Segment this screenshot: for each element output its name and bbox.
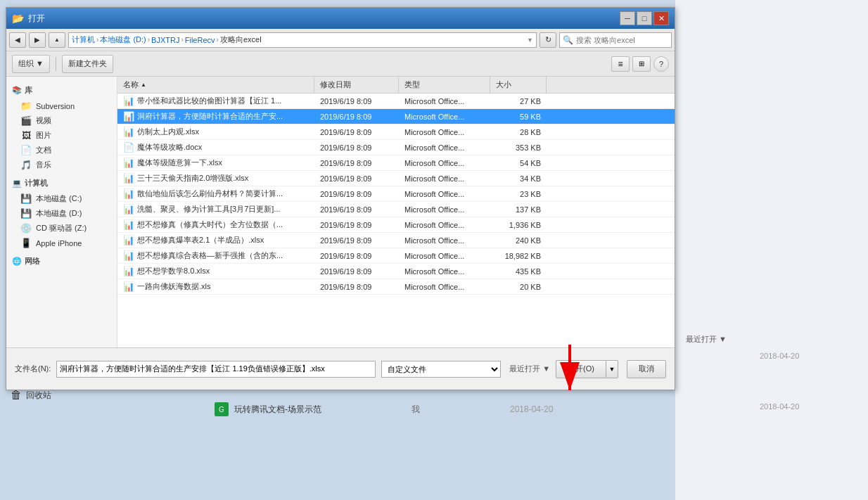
search-box[interactable]: 🔍 [559, 32, 672, 48]
table-row[interactable]: 📊 想不想修真爆率表2.1（半成品）.xlsx 2019/6/19 8:09 M… [117, 233, 675, 248]
col-type-label: 类型 [404, 79, 420, 90]
file-type: Microsoft Office... [399, 158, 490, 169]
file-icon: 📊 [123, 281, 134, 292]
path-part-4: FileRecv [185, 36, 215, 44]
doc-date: 2018-04-20 [510, 404, 553, 414]
table-row[interactable]: 📊 魔体等级随意算一下.xlsx 2019/6/19 8:09 Microsof… [117, 155, 675, 171]
sidebar-item-documents[interactable]: 📄 文档 [6, 143, 117, 158]
back-button[interactable]: ◀ [9, 32, 26, 48]
drive-z-icon: 💿 [20, 223, 32, 233]
organize-button[interactable]: 组织 ▼ [12, 55, 50, 73]
table-row[interactable]: 📄 魔体等级攻略.docx 2019/6/19 8:09 Microsoft O… [117, 140, 675, 155]
drive-z-label: CD 驱动器 (Z:) [36, 223, 87, 233]
table-row[interactable]: 📊 一路向佛妖海数据.xls 2019/6/19 8:09 Microsoft … [117, 279, 675, 295]
table-row[interactable]: 📊 洞府计算器，方便随时计算合适的生产安... 2019/6/19 8:09 M… [117, 109, 675, 124]
forward-button[interactable]: ▶ [29, 32, 46, 48]
bg-date-2: 2018-04-20 [760, 402, 799, 411]
subversion-label: Subversion [36, 102, 75, 110]
sidebar-header-library[interactable]: 📚 库 [6, 82, 117, 98]
left-sidebar: 📚 库 📁 Subversion 🎬 视频 🖼 图片 📄 文档 [6, 77, 117, 347]
file-size: 28 KB [490, 127, 547, 138]
minimize-button[interactable]: ─ [620, 11, 635, 25]
sidebar-item-pictures[interactable]: 🖼 图片 [6, 128, 117, 143]
recycle-label: 回收站 [26, 390, 51, 402]
filename-label: 文件名(N): [15, 364, 51, 374]
sidebar-item-drive-d[interactable]: 💾 本地磁盘 (D:) [6, 206, 117, 221]
file-type: Microsoft Office... [399, 250, 490, 262]
file-type: Microsoft Office... [399, 188, 490, 200]
recent-open-btn[interactable]: 最近打开 ▼ [509, 364, 550, 374]
path-separator-4: › [217, 36, 219, 44]
help-button[interactable]: ? [653, 56, 669, 72]
table-row[interactable]: 📊 想不想修真综合表格—新手强推（含的东... 2019/6/19 8:09 M… [117, 248, 675, 264]
bg-date-1: 2018-04-20 [760, 352, 799, 360]
cancel-button[interactable]: 取消 [627, 360, 666, 378]
path-separator-2: › [148, 36, 150, 44]
file-icon: 📊 [123, 204, 134, 214]
recycle-bin[interactable]: 🗑 回收站 [11, 389, 51, 402]
address-path[interactable]: 计算机 › 本地磁盘 (D:) › BJXTRJ › FileRecv › 攻略… [68, 32, 537, 48]
col-header-size[interactable]: 大小 [490, 77, 547, 93]
table-row[interactable]: 📊 想不想修真（修真大时代）全方位数据（... 2019/6/19 8:09 M… [117, 217, 675, 233]
sidebar-item-apple-iphone[interactable]: 📱 Apple iPhone [6, 236, 117, 250]
refresh-button[interactable]: ↻ [540, 32, 556, 48]
file-list-header: 名称 ▲ 修改日期 类型 大小 [117, 77, 675, 94]
sidebar-item-video[interactable]: 🎬 视频 [6, 113, 117, 128]
dialog-title: 打开 [28, 13, 620, 25]
iphone-label: Apple iPhone [36, 239, 82, 248]
sidebar-item-drive-c[interactable]: 💾 本地磁盘 (C:) [6, 191, 117, 206]
file-type: Microsoft Office... [399, 111, 490, 122]
file-name: 想不想修真（修真大时代）全方位数据（... [137, 219, 283, 230]
sidebar-item-drive-z[interactable]: 💿 CD 驱动器 (Z:) [6, 221, 117, 236]
file-name: 散仙地仙后该怎么刷仙丹材料？简要计算... [137, 188, 283, 199]
table-row[interactable]: 📊 想不想学数学8.0.xlsx 2019/6/19 8:09 Microsof… [117, 264, 675, 279]
music-icon: 🎵 [20, 160, 32, 170]
col-date-label: 修改日期 [320, 79, 351, 90]
maximize-button[interactable]: □ [637, 11, 652, 25]
open-dropdown-button[interactable]: ▼ [606, 360, 618, 378]
doc-icon: G [215, 402, 229, 416]
search-icon: 🔍 [563, 35, 573, 45]
sidebar-header-computer[interactable]: 💻 计算机 [6, 175, 117, 191]
file-date: 2019/6/19 8:09 [314, 96, 399, 107]
file-date: 2019/6/19 8:09 [314, 204, 399, 215]
bg-doc-row[interactable]: G 玩转腾讯文档-场景示范 我 2018-04-20 [215, 402, 553, 416]
sidebar-section-computer: 💻 计算机 💾 本地磁盘 (C:) 💾 本地磁盘 (D:) 💿 CD 驱动器 (… [6, 175, 117, 250]
up-button[interactable]: ▲ [49, 32, 65, 48]
filename-input[interactable] [56, 361, 376, 378]
file-name: 魔体等级攻略.docx [137, 142, 202, 153]
drive-c-label: 本地磁盘 (C:) [36, 193, 82, 204]
documents-label: 文档 [36, 145, 51, 155]
sidebar-item-music[interactable]: 🎵 音乐 [6, 158, 117, 172]
table-row[interactable]: 📊 洗髓、聚灵、修为计算工具[3月7日更新]... 2019/6/19 8:09… [117, 202, 675, 217]
path-dropdown-icon[interactable]: ▼ [527, 37, 533, 44]
view-details-button[interactable]: ⊞ [632, 56, 651, 72]
sidebar-header-network[interactable]: 🌐 网络 [6, 253, 117, 269]
path-separator-1: › [96, 36, 98, 44]
file-icon: 📊 [123, 158, 134, 168]
file-date: 2019/6/19 8:09 [314, 158, 399, 169]
sidebar-item-subversion[interactable]: 📁 Subversion [6, 98, 117, 113]
recent-open-label[interactable]: 最近打开 ▼ [686, 335, 727, 343]
table-row[interactable]: 📊 散仙地仙后该怎么刷仙丹材料？简要计算... 2019/6/19 8:09 M… [117, 186, 675, 202]
view-button[interactable]: ≡ [611, 56, 630, 72]
file-date: 2019/6/19 8:09 [314, 111, 399, 122]
file-date: 2019/6/19 8:09 [314, 281, 399, 293]
file-name: 洗髓、聚灵、修为计算工具[3月7日更新]... [137, 204, 281, 214]
file-size: 353 KB [490, 142, 547, 153]
col-header-type[interactable]: 类型 [399, 77, 490, 93]
close-button[interactable]: ✕ [653, 11, 669, 25]
library-label: 库 [25, 85, 32, 96]
computer-label: 计算机 [25, 178, 48, 188]
drive-d-icon: 💾 [20, 208, 32, 219]
new-folder-button[interactable]: 新建文件夹 [62, 55, 113, 73]
table-row[interactable]: 📊 带小怪和武器比较的偷图计算器【近江 1... 2019/6/19 8:09 … [117, 94, 675, 109]
filetype-select[interactable]: 自定义文件 [381, 361, 501, 378]
table-row[interactable]: 📊 三十三天偷天指南2.0增强版.xlsx 2019/6/19 8:09 Mic… [117, 171, 675, 186]
col-header-date[interactable]: 修改日期 [314, 77, 399, 93]
file-date: 2019/6/19 8:09 [314, 266, 399, 277]
col-header-name[interactable]: 名称 ▲ [117, 77, 314, 93]
search-input[interactable] [576, 36, 673, 44]
toolbar-separator [56, 57, 56, 71]
table-row[interactable]: 📊 仿制太上内观.xlsx 2019/6/19 8:09 Microsoft O… [117, 124, 675, 140]
